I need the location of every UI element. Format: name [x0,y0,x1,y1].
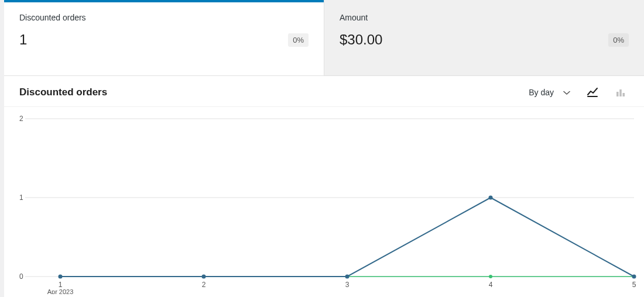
chart-area: 01212345Apr 2023 [4,107,644,297]
line-chart-icon[interactable] [584,84,601,101]
tab-label: Discounted orders [19,13,309,22]
svg-text:Apr 2023: Apr 2023 [47,288,74,294]
interval-label: By day [529,88,554,97]
tab-value-row: 1 0% [19,32,309,48]
line-chart: 01212345Apr 2023 [10,107,642,294]
svg-text:2: 2 [202,281,206,289]
svg-text:1: 1 [19,194,23,202]
report-container: Discounted orders 1 0% Amount $30.00 0% … [4,0,644,297]
tab-value: 1 [19,32,27,48]
svg-text:4: 4 [489,281,493,289]
interval-select[interactable]: By day [526,84,573,101]
svg-text:2: 2 [19,115,23,123]
svg-text:3: 3 [345,281,350,289]
tab-discounted-orders[interactable]: Discounted orders 1 0% [4,0,324,75]
svg-text:0: 0 [19,272,23,281]
svg-rect-2 [623,93,625,96]
svg-rect-0 [616,92,619,96]
svg-point-18 [632,275,636,279]
svg-point-16 [345,275,350,279]
tab-value: $30.00 [340,32,382,48]
svg-point-17 [489,196,493,200]
metric-tabs: Discounted orders 1 0% Amount $30.00 0% [4,0,644,76]
bar-chart-icon[interactable] [612,84,629,101]
svg-text:5: 5 [632,281,636,289]
tab-value-row: $30.00 0% [340,32,629,48]
tab-label: Amount [340,13,629,22]
chart-title: Discounted orders [19,87,107,98]
chart-controls: By day [526,84,629,101]
svg-point-14 [59,275,63,279]
chevron-down-icon [563,89,570,96]
svg-text:1: 1 [59,281,63,289]
tab-delta-badge: 0% [608,33,629,47]
svg-rect-1 [619,89,622,96]
chart-header: Discounted orders By day [4,76,644,107]
svg-point-15 [202,275,206,279]
tab-amount[interactable]: Amount $30.00 0% [324,0,644,75]
svg-point-12 [489,275,492,278]
tab-delta-badge: 0% [288,33,309,47]
